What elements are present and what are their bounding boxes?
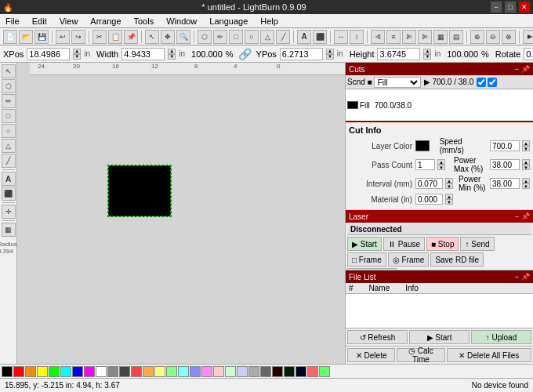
flip-v-btn[interactable]: ↕ bbox=[350, 30, 364, 44]
frame2-button[interactable]: ◎ Frame bbox=[388, 252, 430, 267]
delete-button[interactable]: ✕ Delete bbox=[347, 348, 395, 362]
pass-count-input[interactable] bbox=[415, 159, 435, 170]
delete-all-button[interactable]: ✕ Delete All Files bbox=[447, 348, 532, 362]
interval-up[interactable]: ▲ bbox=[445, 178, 453, 183]
pause-button[interactable]: ⏸ Pause bbox=[383, 237, 425, 251]
height-down[interactable]: ▼ bbox=[423, 54, 431, 60]
palette-swatch-6[interactable] bbox=[72, 366, 83, 377]
circle-tool[interactable]: ○ bbox=[2, 124, 16, 138]
copy-btn[interactable]: 📋 bbox=[108, 30, 122, 44]
align-center-btn[interactable]: ≡ bbox=[386, 30, 401, 44]
bitmap-tool[interactable]: ⬛ bbox=[2, 187, 16, 201]
node-btn[interactable]: ⬡ bbox=[198, 30, 212, 44]
menu-window[interactable]: Window bbox=[164, 16, 199, 26]
height-input[interactable] bbox=[377, 48, 420, 60]
cuts-mode-select[interactable]: Fill Line Fill+Line bbox=[374, 77, 421, 88]
menu-tools[interactable]: Tools bbox=[132, 16, 157, 26]
draw-tool[interactable]: ✏ bbox=[2, 94, 16, 108]
width-input[interactable] bbox=[121, 48, 165, 60]
new-btn[interactable]: 📄 bbox=[3, 30, 17, 44]
frame-button[interactable]: □ Frame bbox=[347, 252, 386, 267]
mat-up[interactable]: ▲ bbox=[445, 194, 453, 199]
xpos-down[interactable]: ▼ bbox=[73, 54, 81, 60]
file-collapse[interactable]: − bbox=[515, 273, 519, 281]
poly-btn[interactable]: △ bbox=[260, 30, 274, 44]
xpos-up[interactable]: ▲ bbox=[73, 49, 81, 54]
menu-edit[interactable]: Edit bbox=[30, 16, 49, 26]
upload-button[interactable]: ↑ Upload bbox=[471, 330, 531, 344]
power-min-input[interactable] bbox=[490, 178, 520, 189]
palette-swatch-25[interactable] bbox=[296, 366, 306, 377]
open-btn[interactable]: 📂 bbox=[19, 30, 33, 44]
align-right-btn[interactable]: ⫸ bbox=[402, 30, 416, 44]
move-btn[interactable]: ✥ bbox=[161, 30, 175, 44]
draw-btn[interactable]: ✏ bbox=[213, 30, 227, 44]
menu-view[interactable]: View bbox=[57, 16, 81, 26]
rotate-input[interactable] bbox=[524, 48, 533, 60]
rect-btn[interactable]: □ bbox=[229, 30, 243, 44]
palette-swatch-11[interactable] bbox=[131, 366, 142, 377]
text-tool[interactable]: A bbox=[2, 172, 16, 186]
file-pin[interactable]: 📌 bbox=[521, 273, 530, 281]
redo-btn[interactable]: ↪ bbox=[71, 30, 85, 44]
ypos-up[interactable]: ▲ bbox=[326, 49, 334, 54]
fill-btn[interactable]: ⬛ bbox=[313, 30, 327, 44]
pmin-up[interactable]: ▲ bbox=[522, 178, 530, 183]
flip-h-btn[interactable]: ↔ bbox=[334, 30, 348, 44]
palette-swatch-21[interactable] bbox=[248, 366, 259, 377]
interval-input[interactable] bbox=[415, 178, 443, 189]
power-max-input[interactable] bbox=[490, 159, 520, 170]
cuts-collapse[interactable]: − bbox=[515, 65, 519, 73]
palette-swatch-10[interactable] bbox=[119, 366, 130, 377]
palette-swatch-8[interactable] bbox=[96, 366, 107, 377]
palette-swatch-1[interactable] bbox=[13, 366, 24, 377]
calc-time-button[interactable]: ◷ Calc Time bbox=[397, 348, 444, 362]
palette-swatch-15[interactable] bbox=[178, 366, 189, 377]
palette-swatch-20[interactable] bbox=[237, 366, 248, 377]
line-btn[interactable]: ╱ bbox=[276, 30, 290, 44]
grid-tool[interactable]: ▦ bbox=[2, 223, 16, 237]
black-rectangle[interactable] bbox=[108, 165, 171, 216]
speed-input[interactable] bbox=[490, 140, 520, 151]
pointer-tool[interactable]: ↖ bbox=[2, 64, 16, 78]
pmax-down[interactable]: ▼ bbox=[522, 165, 530, 170]
laser1-btn[interactable]: ▶ bbox=[523, 30, 533, 44]
palette-swatch-14[interactable] bbox=[166, 366, 177, 377]
cuts-show-check[interactable] bbox=[488, 78, 497, 87]
send-button[interactable]: ↑ Send bbox=[460, 237, 494, 251]
palette-swatch-2[interactable] bbox=[25, 366, 36, 377]
speed-down[interactable]: ▼ bbox=[522, 146, 530, 151]
crosshair-tool[interactable]: ✛ bbox=[2, 205, 16, 219]
close-button[interactable]: ✕ bbox=[519, 2, 530, 13]
ypos-down[interactable]: ▼ bbox=[326, 54, 334, 60]
minimize-button[interactable]: − bbox=[491, 2, 502, 13]
palette-swatch-4[interactable] bbox=[49, 366, 60, 377]
palette-swatch-27[interactable] bbox=[319, 366, 330, 377]
palette-swatch-5[interactable] bbox=[60, 366, 71, 377]
palette-swatch-26[interactable] bbox=[307, 366, 318, 377]
palette-swatch-19[interactable] bbox=[225, 366, 236, 377]
palette-swatch-13[interactable] bbox=[154, 366, 165, 377]
undo-btn[interactable]: ↩ bbox=[56, 30, 70, 44]
cut-btn[interactable]: ✂ bbox=[92, 30, 107, 44]
height-up[interactable]: ▲ bbox=[423, 49, 431, 54]
lock-icon[interactable]: 🔗 bbox=[238, 48, 252, 60]
palette-swatch-3[interactable] bbox=[37, 366, 48, 377]
align-left-btn[interactable]: ⫷ bbox=[371, 30, 385, 44]
palette-swatch-7[interactable] bbox=[84, 366, 95, 377]
palette-swatch-9[interactable] bbox=[107, 366, 118, 377]
stop-button[interactable]: ■ Stop bbox=[426, 237, 459, 251]
ungroup-btn[interactable]: ▤ bbox=[449, 30, 463, 44]
trace-btn[interactable]: ⊗ bbox=[502, 30, 516, 44]
palette-swatch-12[interactable] bbox=[143, 366, 154, 377]
line-tool[interactable]: ╱ bbox=[2, 154, 16, 168]
layer-color-box[interactable] bbox=[415, 140, 430, 151]
ypos-input[interactable] bbox=[280, 48, 323, 60]
interval-down[interactable]: ▼ bbox=[445, 183, 453, 189]
pass-down[interactable]: ▼ bbox=[437, 165, 445, 170]
menu-language[interactable]: Language bbox=[207, 16, 250, 26]
cuts-output-check[interactable] bbox=[477, 78, 486, 87]
menu-file[interactable]: File bbox=[3, 16, 22, 26]
width-up[interactable]: ▲ bbox=[168, 49, 176, 54]
palette-swatch-22[interactable] bbox=[260, 366, 271, 377]
